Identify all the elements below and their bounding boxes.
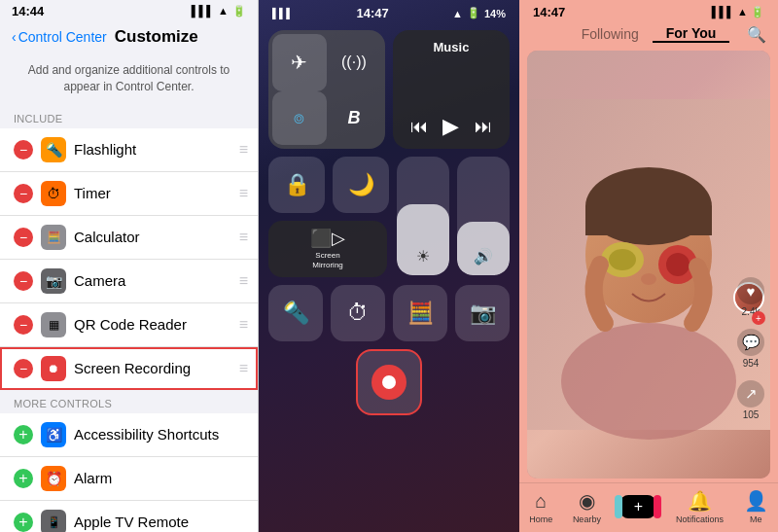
tiktok-side-actions: ♥ 2.4k 💬 954 ↗ 105 bbox=[737, 277, 764, 420]
cc-volume-icon: 🔊 bbox=[474, 247, 493, 266]
cc-rotation-lock-btn[interactable]: 🔒 bbox=[268, 157, 325, 213]
tiktok-search-icon[interactable]: 🔍 bbox=[747, 25, 766, 44]
settings-description: Add and organize additional controls to … bbox=[0, 53, 258, 105]
list-item-screen-recording[interactable]: − ⏺ Screen Recording ≡ bbox=[0, 347, 258, 390]
page-title: Customize bbox=[115, 27, 198, 47]
drag-handle[interactable]: ≡ bbox=[239, 229, 248, 246]
cc-camera-btn[interactable]: 📷 bbox=[455, 285, 510, 341]
remove-flashlight-btn[interactable]: − bbox=[14, 140, 33, 160]
cc-screen-mirror-btn[interactable]: ⬛▷ ScreenMirroring bbox=[268, 221, 387, 277]
add-alarm-btn[interactable]: + bbox=[14, 469, 33, 488]
cc-prev-icon[interactable]: ⏮ bbox=[410, 117, 428, 137]
alarm-icon: ⏰ bbox=[41, 466, 66, 491]
tiktok-share-count: 105 bbox=[743, 409, 760, 420]
signal-icon: ▌▌▌ bbox=[192, 5, 214, 17]
accessibility-icon: ♿ bbox=[41, 422, 66, 447]
list-item-apple-remote[interactable]: + 📱 Apple TV Remote bbox=[0, 501, 258, 532]
tiktok-status-bar: 14:47 ▌▌▌ ▲ 🔋 bbox=[519, 0, 778, 21]
cc-screen-record-btn[interactable] bbox=[356, 349, 422, 415]
drag-handle[interactable]: ≡ bbox=[239, 185, 248, 202]
cc-wifi-icon: ▲ bbox=[452, 8, 463, 19]
wifi-icon: ▲ bbox=[218, 5, 229, 17]
nearby-label: Nearby bbox=[573, 514, 601, 524]
cc-do-not-disturb-btn[interactable]: 🌙 bbox=[333, 157, 389, 213]
cc-wifi-btn[interactable]: ⌾ bbox=[272, 91, 327, 146]
drag-handle[interactable]: ≡ bbox=[239, 360, 248, 377]
control-center-panel: ▌▌▌ 14:47 ▲ 🔋 14% ✈ ((·)) ⌾ B Music ⏮ ▶ … bbox=[259, 0, 519, 532]
cc-cellular-btn[interactable]: ((·)) bbox=[327, 34, 381, 91]
list-item-alarm[interactable]: + ⏰ Alarm bbox=[0, 457, 258, 501]
tiktok-nav-notifications[interactable]: 🔔 Notifications bbox=[676, 489, 724, 524]
remove-timer-btn[interactable]: − bbox=[14, 184, 33, 203]
remove-camera-btn[interactable]: − bbox=[14, 271, 33, 291]
list-item-calculator[interactable]: − 🧮 Calculator ≡ bbox=[0, 216, 258, 260]
me-label: Me bbox=[750, 514, 762, 524]
apple-remote-label: Apple TV Remote bbox=[74, 514, 248, 530]
screen-recording-icon: ⏺ bbox=[41, 356, 66, 381]
tiktok-like-icon[interactable]: ♥ bbox=[737, 277, 764, 304]
cc-bluetooth-btn[interactable]: B bbox=[327, 91, 381, 146]
notifications-label: Notifications bbox=[676, 514, 724, 524]
notifications-icon: 🔔 bbox=[688, 489, 712, 513]
cc-battery-icon: 🔋 bbox=[467, 7, 480, 19]
add-apple-remote-btn[interactable]: + bbox=[14, 513, 33, 532]
tiktok-video-content bbox=[527, 51, 770, 479]
tiktok-comment-action[interactable]: 💬 954 bbox=[737, 329, 764, 369]
home-label: Home bbox=[529, 514, 552, 524]
remove-calculator-btn[interactable]: − bbox=[14, 228, 33, 247]
cc-signal-icon: ▌▌▌ bbox=[272, 8, 293, 18]
more-section-header: MORE CONTROLS bbox=[0, 390, 258, 413]
tiktok-share-icon[interactable]: ↗ bbox=[737, 380, 764, 408]
drag-handle[interactable]: ≡ bbox=[239, 272, 248, 290]
cc-calculator-btn[interactable]: 🧮 bbox=[393, 285, 447, 341]
remove-screen-recording-btn[interactable]: − bbox=[14, 359, 33, 378]
tiktok-follow-plus-badge[interactable]: + bbox=[752, 311, 765, 325]
tiktok-comment-icon[interactable]: 💬 bbox=[737, 329, 764, 356]
back-button[interactable]: ‹ Control Center bbox=[12, 29, 107, 45]
qr-icon: ▦ bbox=[41, 312, 66, 337]
tiktok-add-btn[interactable]: + bbox=[620, 495, 655, 518]
tiktok-nav-me[interactable]: 👤 Me bbox=[744, 489, 768, 524]
list-item-accessibility[interactable]: + ♿ Accessibility Shortcuts bbox=[0, 413, 258, 457]
cc-record-dot bbox=[382, 375, 396, 389]
cc-music-tile[interactable]: Music ⏮ ▶ ⏭ bbox=[393, 30, 510, 149]
flashlight-label: Flashlight bbox=[74, 141, 239, 158]
cc-airplane-btn[interactable]: ✈ bbox=[272, 34, 327, 91]
cc-torch-btn[interactable]: 🔦 bbox=[268, 285, 323, 341]
tab-for-you[interactable]: For You bbox=[653, 25, 730, 43]
cc-timer-btn[interactable]: ⏱ bbox=[331, 285, 385, 341]
cc-record-row bbox=[268, 349, 510, 415]
list-item-timer[interactable]: − ⏱ Timer ≡ bbox=[0, 172, 258, 216]
cc-next-icon[interactable]: ⏭ bbox=[475, 117, 492, 137]
drag-handle[interactable]: ≡ bbox=[239, 316, 248, 334]
cc-network-tile[interactable]: ✈ ((·)) ⌾ B bbox=[268, 30, 385, 149]
cc-music-controls: ⏮ ▶ ⏭ bbox=[403, 114, 500, 139]
tiktok-video: + ♥ 2.4k 💬 954 ↗ 105 bbox=[527, 51, 770, 479]
status-icons: ▌▌▌ ▲ 🔋 bbox=[192, 5, 246, 18]
tiktok-nav-nearby[interactable]: ◉ Nearby bbox=[573, 489, 601, 524]
list-item-qr-reader[interactable]: − ▦ QR Code Reader ≡ bbox=[0, 303, 258, 347]
drag-handle[interactable]: ≡ bbox=[239, 141, 248, 159]
remove-qr-btn[interactable]: − bbox=[14, 315, 33, 335]
add-accessibility-btn[interactable]: + bbox=[14, 425, 33, 444]
list-item-camera[interactable]: − 📷 Camera ≡ bbox=[0, 260, 258, 303]
camera-icon: 📷 bbox=[41, 268, 66, 294]
tiktok-share-action[interactable]: ↗ 105 bbox=[737, 380, 764, 420]
list-item-flashlight[interactable]: − 🔦 Flashlight ≡ bbox=[0, 128, 258, 172]
cc-play-icon[interactable]: ▶ bbox=[442, 114, 459, 139]
chevron-left-icon: ‹ bbox=[12, 29, 17, 45]
cc-lock-moon-row: 🔒 🌙 bbox=[268, 157, 389, 213]
cc-grid: ✈ ((·)) ⌾ B Music ⏮ ▶ ⏭ 🔒 🌙 bbox=[259, 22, 519, 532]
cc-brightness-slider[interactable]: ☀ bbox=[397, 157, 449, 275]
cc-volume-slider[interactable]: 🔊 bbox=[457, 157, 510, 275]
tiktok-nav-home[interactable]: ⌂ Home bbox=[529, 490, 552, 524]
tab-following[interactable]: Following bbox=[568, 26, 653, 42]
tiktok-panel: 14:47 ▌▌▌ ▲ 🔋 Following For You 🔍 bbox=[519, 0, 778, 532]
cc-brightness-icon: ☀ bbox=[416, 247, 430, 266]
tiktok-nav-add[interactable]: + bbox=[620, 495, 655, 518]
qr-label: QR Code Reader bbox=[74, 316, 239, 333]
svg-rect-4 bbox=[585, 206, 712, 235]
more-list: + ♿ Accessibility Shortcuts + ⏰ Alarm + … bbox=[0, 413, 258, 532]
tiktok-signal-icon: ▌▌▌ bbox=[712, 6, 734, 18]
cc-battery-pct: 14% bbox=[484, 8, 506, 19]
